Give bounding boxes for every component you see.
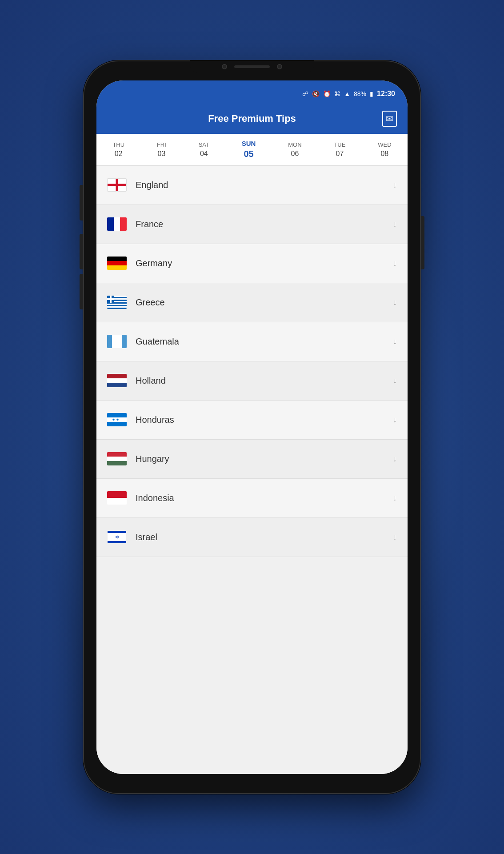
- chevron-down-icon: ↓: [393, 337, 397, 346]
- country-name-france: France: [136, 219, 384, 229]
- flag-france: [107, 217, 127, 231]
- list-item[interactable]: Hungary ↓: [96, 440, 408, 479]
- chevron-down-icon: ↓: [393, 220, 397, 229]
- cal-day-name-sat: SAT: [199, 141, 209, 148]
- alarm-icon: ⏰: [323, 90, 331, 97]
- cal-day-tue[interactable]: TUE 07: [329, 138, 350, 161]
- chevron-down-icon: ↓: [393, 298, 397, 307]
- flag-hungary: [107, 452, 127, 465]
- country-name-guatemala: Guatemala: [136, 337, 384, 347]
- cal-day-name-wed: WED: [378, 141, 391, 148]
- time: 12:30: [377, 90, 395, 98]
- chevron-down-icon: ↓: [393, 493, 397, 503]
- cal-day-num-fri: 03: [157, 150, 165, 158]
- battery-percent: 88%: [354, 90, 366, 97]
- phone-top-sensors: [190, 60, 314, 73]
- flag-germany: [107, 257, 127, 270]
- flag-holland: [107, 374, 127, 387]
- camera-right: [277, 64, 282, 69]
- country-name-israel: Israel: [136, 532, 384, 542]
- cal-day-num-tue: 07: [336, 150, 344, 158]
- country-name-hungary: Hungary: [136, 454, 384, 464]
- list-item[interactable]: Indonesia ↓: [96, 479, 408, 518]
- calendar-strip: THU 02 FRI 03 SAT 04 SUN 05 MON 06 TUE 0…: [96, 134, 408, 166]
- cal-day-num-sat: 04: [200, 150, 208, 158]
- cal-day-sun[interactable]: SUN 05: [237, 136, 260, 163]
- cal-day-name-tue: TUE: [334, 141, 345, 148]
- phone-screen: ☍ 🔇 ⏰ ⌘ ▲ 88% ▮ 12:30 Free Premium Tips …: [96, 80, 408, 774]
- chevron-down-icon: ↓: [393, 259, 397, 268]
- list-item[interactable]: France ↓: [96, 205, 408, 244]
- chevron-down-icon: ↓: [393, 180, 397, 190]
- list-item[interactable]: Greece ↓: [96, 283, 408, 322]
- cal-day-num-mon: 06: [291, 150, 299, 158]
- battery-icon: ▮: [370, 90, 373, 97]
- signal-icon: ▲: [344, 90, 350, 97]
- cal-day-fri[interactable]: FRI 03: [152, 138, 171, 161]
- phone-outer: ☍ 🔇 ⏰ ⌘ ▲ 88% ▮ 12:30 Free Premium Tips …: [83, 60, 421, 794]
- cal-day-wed[interactable]: WED 08: [373, 138, 396, 161]
- list-item[interactable]: ✡ Israel ↓: [96, 518, 408, 557]
- flag-greece: [107, 296, 127, 309]
- list-item[interactable]: ★ ★ ★ ★ ★ Honduras ↓: [96, 401, 408, 440]
- chevron-down-icon: ↓: [393, 415, 397, 425]
- cal-day-mon[interactable]: MON 06: [284, 138, 306, 161]
- cal-day-name-thu: THU: [112, 141, 124, 148]
- cal-day-name-sun: SUN: [242, 140, 256, 147]
- flag-israel: ✡: [107, 530, 127, 544]
- list-item[interactable]: Holland ↓: [96, 361, 408, 401]
- list-item[interactable]: Guatemala ↓: [96, 322, 408, 361]
- list-item[interactable]: England ↓: [96, 166, 408, 205]
- cal-day-num-thu: 02: [115, 150, 123, 158]
- mail-icon: ✉: [386, 114, 393, 124]
- camera-left: [222, 64, 227, 69]
- country-list: England ↓ France ↓ Germany ↓: [96, 166, 408, 774]
- app-title: Free Premium Tips: [208, 113, 296, 124]
- cal-day-name-mon: MON: [288, 141, 301, 148]
- cal-day-num-sun: 05: [244, 149, 253, 159]
- cal-day-thu[interactable]: THU 02: [108, 138, 129, 161]
- wifi-icon: ⌘: [334, 90, 340, 97]
- country-name-indonesia: Indonesia: [136, 493, 384, 503]
- mute-icon: 🔇: [312, 90, 320, 97]
- country-name-england: England: [136, 180, 384, 190]
- chevron-down-icon: ↓: [393, 376, 397, 385]
- country-name-honduras: Honduras: [136, 415, 384, 425]
- flag-guatemala: [107, 335, 127, 348]
- country-name-greece: Greece: [136, 297, 384, 308]
- flag-england: [107, 178, 127, 192]
- chevron-down-icon: ↓: [393, 454, 397, 464]
- chevron-down-icon: ↓: [393, 533, 397, 542]
- mail-button[interactable]: ✉: [382, 111, 397, 127]
- cal-day-name-fri: FRI: [157, 141, 166, 148]
- country-name-holland: Holland: [136, 376, 384, 386]
- country-name-germany: Germany: [136, 258, 384, 269]
- bluetooth-icon: ☍: [302, 90, 308, 97]
- cal-day-num-wed: 08: [380, 150, 388, 158]
- status-bar: ☍ 🔇 ⏰ ⌘ ▲ 88% ▮ 12:30: [96, 80, 408, 104]
- status-icons: ☍ 🔇 ⏰ ⌘ ▲ 88% ▮ 12:30: [302, 90, 395, 98]
- list-item[interactable]: Germany ↓: [96, 244, 408, 283]
- speaker: [234, 65, 270, 68]
- app-header: Free Premium Tips ✉: [96, 104, 408, 134]
- cal-day-sat[interactable]: SAT 04: [194, 138, 214, 161]
- flag-indonesia: [107, 491, 127, 505]
- flag-honduras: ★ ★ ★ ★ ★: [107, 413, 127, 426]
